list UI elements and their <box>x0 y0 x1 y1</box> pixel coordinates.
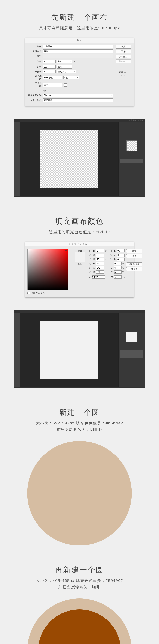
label-current: 当前 <box>78 263 82 266</box>
y-field[interactable] <box>114 270 122 274</box>
layer-row[interactable] <box>120 354 144 358</box>
hue-slider[interactable] <box>70 249 70 290</box>
swatch-current <box>75 257 84 262</box>
height-field[interactable]: 900 <box>43 65 56 69</box>
cp-add-swatch-button[interactable]: 添加到色板 <box>126 262 142 266</box>
dialog-title: 新建 <box>25 38 134 43</box>
radio-r[interactable] <box>89 263 91 265</box>
new-document-dialog: 新建 名称: 未标题-2 文档类型: 自定▾ 大小: ▾ 宽度: 900 <box>25 38 134 106</box>
resolution-field[interactable]: 72 <box>43 70 56 74</box>
radio-b[interactable] <box>89 258 91 260</box>
radio-a[interactable] <box>110 254 112 256</box>
navigator-thumb[interactable] <box>126 140 137 151</box>
layers-panel[interactable] <box>118 348 145 387</box>
profile-select[interactable]: Display▾ <box>43 94 113 97</box>
k-field[interactable] <box>114 276 122 278</box>
bit-depth-select[interactable]: 8 位▾ <box>64 76 79 80</box>
swatch-compare <box>74 252 85 262</box>
layer-row[interactable] <box>120 159 144 162</box>
cancel-button[interactable]: 取消 <box>116 50 132 54</box>
radio-l[interactable] <box>110 250 112 252</box>
color-mode-select[interactable]: RGB 颜色▾ <box>43 76 62 80</box>
canvas-transparent <box>40 130 98 188</box>
cup-circle-outer <box>27 598 132 644</box>
width-unit-select[interactable]: 像素▾ <box>57 60 72 63</box>
color-picker-title: 拾色器（前景色） <box>25 242 134 247</box>
canvas-area[interactable] <box>20 122 118 196</box>
canvas-area[interactable] <box>20 313 118 387</box>
right-panels[interactable] <box>118 122 145 196</box>
s4-sub1: 大小为：468*468px;填充色色值是：#994902 <box>0 578 159 583</box>
a-field[interactable] <box>117 254 124 257</box>
hex-label: # <box>89 276 90 278</box>
resolution-unit-select[interactable]: 像素/英寸▾ <box>57 70 76 74</box>
g-field[interactable] <box>96 266 104 270</box>
name-field[interactable]: 未标题-2 <box>43 45 113 48</box>
chevron-down-icon: ▾ <box>112 50 112 52</box>
s3-title: 新建一个圆 <box>0 408 159 417</box>
s4-title: 再新建一个圆 <box>0 565 159 575</box>
cp-color-lib-button[interactable]: 颜色库 <box>126 267 142 271</box>
radio-h[interactable] <box>89 250 91 252</box>
cup-circle <box>27 441 132 546</box>
s4-sub2: 并把图层命名为：咖啡 <box>0 584 159 590</box>
save-preset-button[interactable]: 存储预设... <box>116 54 132 58</box>
radio-s[interactable] <box>89 254 91 256</box>
s1-sub: 尺寸可自己随意定，这里用的是900*900px <box>0 26 159 31</box>
web-only-checkbox[interactable]: 只有 Web 颜色 <box>28 292 68 295</box>
m-field[interactable] <box>114 266 122 270</box>
l-field[interactable] <box>117 249 124 252</box>
label-profile: 颜色配置文件: <box>27 94 43 97</box>
r-field[interactable] <box>96 262 104 265</box>
label-bg: 背景内容: <box>34 82 43 88</box>
bb-field[interactable] <box>96 270 104 274</box>
label-size: 大小: <box>34 54 43 58</box>
c-field[interactable] <box>114 262 122 265</box>
label-resolution: 分辨率: <box>34 70 43 73</box>
picker-ring-icon <box>65 250 67 252</box>
ok-button[interactable]: 确定 <box>116 45 132 48</box>
radio-b2[interactable] <box>110 258 112 260</box>
label-preset: 文档类型: <box>27 50 43 53</box>
s1-title: 先新建一个画布 <box>0 12 159 22</box>
swap-dimensions-icon[interactable]: ⇅ <box>73 59 76 64</box>
label-width: 宽度: <box>34 60 43 63</box>
b2-field[interactable] <box>117 258 124 261</box>
image-size-info: 图像大小: 2.32M <box>119 71 128 77</box>
size-select[interactable]: ▾ <box>43 54 113 58</box>
right-panels[interactable] <box>118 313 145 387</box>
aspect-select[interactable]: 方形像素▾ <box>43 98 113 102</box>
label-ratio: 像素长宽比: <box>27 99 43 102</box>
s2-title: 填充画布颜色 <box>0 216 159 226</box>
h-field[interactable] <box>96 249 104 252</box>
s3-sub2: 并把图层命名为：咖啡杯 <box>0 427 159 432</box>
canvas-filled <box>40 321 98 379</box>
bg-swatch[interactable] <box>64 83 67 86</box>
app-frame-filled <box>14 310 145 388</box>
radio-g[interactable] <box>89 267 91 269</box>
color-field[interactable] <box>28 249 68 290</box>
app-frame-empty: 文章来源：图片网 <box>14 119 145 197</box>
tool-sidebar[interactable] <box>14 313 20 387</box>
navigator-thumb[interactable] <box>126 332 137 342</box>
label-height: 高度: <box>34 66 43 68</box>
tool-sidebar[interactable] <box>14 122 20 196</box>
label-mode: 颜色模式: <box>34 75 43 81</box>
label-name: 名称: <box>27 45 43 48</box>
width-field[interactable]: 900 <box>43 60 56 63</box>
b-field[interactable] <box>96 258 104 261</box>
height-unit-select[interactable]: 像素▾ <box>57 65 72 69</box>
s-field[interactable] <box>96 254 104 257</box>
cp-ok-button[interactable]: 确定 <box>126 249 142 253</box>
hex-field[interactable] <box>92 276 105 278</box>
cp-cancel-button[interactable]: 取消 <box>126 254 142 258</box>
layer-row[interactable] <box>120 350 144 354</box>
advanced-divider: 高级 <box>43 89 113 92</box>
radio-bb[interactable] <box>89 271 91 273</box>
delete-preset-button: 删除预设... <box>116 60 132 64</box>
swatch-new <box>75 252 84 257</box>
label-new: 新的 <box>78 249 82 252</box>
preset-select[interactable]: 自定▾ <box>43 50 113 53</box>
layers-panel[interactable] <box>118 157 145 196</box>
bg-select[interactable]: 透明▾ <box>43 83 62 87</box>
